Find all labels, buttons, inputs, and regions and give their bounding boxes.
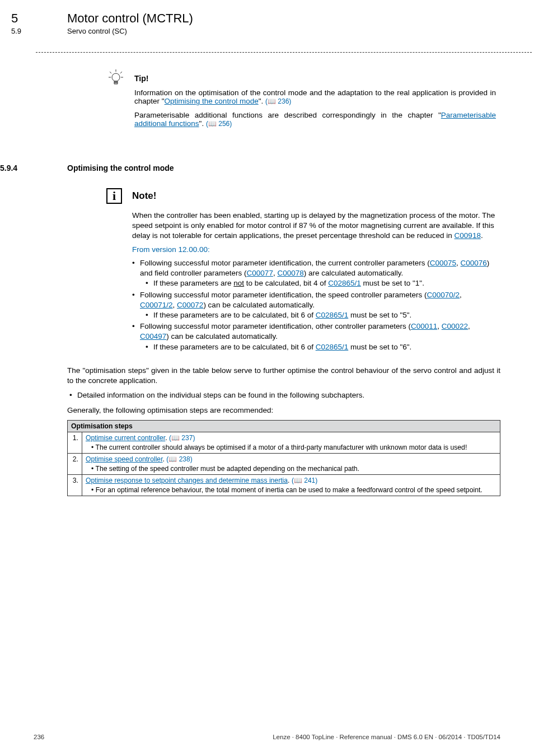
body-paragraph: The "optimisation steps" given in the ta…	[67, 366, 500, 386]
c00022-link[interactable]: C00022	[442, 322, 468, 330]
text: .	[481, 231, 483, 240]
section-title: Optimising the control mode	[67, 164, 174, 172]
text: Following successful motor parameter ide…	[140, 291, 427, 299]
optimise-response-link[interactable]: Optimise response to setpoint changes an…	[86, 477, 288, 484]
optimisation-steps-table: Optimisation steps 1. Optimise current c…	[67, 420, 500, 496]
separator	[36, 52, 532, 53]
page-ref[interactable]: (📖 236)	[265, 97, 291, 105]
body-bullet: Detailed information on the individual s…	[67, 390, 500, 400]
c00497-link[interactable]: C00497	[140, 332, 166, 340]
step-number: 2.	[68, 454, 82, 475]
note-bullet: Following successful motor parameter ide…	[132, 321, 496, 352]
page-ref[interactable]: (📖 241)	[292, 477, 317, 484]
page-ref[interactable]: (📖 237)	[169, 434, 195, 442]
text: ) are calculated automatically.	[304, 269, 404, 277]
chapter-number: 5	[11, 11, 67, 26]
step-cell: Optimise current controller. (📖 237) • T…	[82, 432, 500, 454]
text: When the controller has been enabled, st…	[132, 211, 495, 240]
section-number: 5.9.4	[0, 164, 67, 172]
version-label: From version 12.00.00:	[132, 245, 496, 255]
text: ,	[468, 322, 470, 330]
note-bullet: Following successful motor parameter ide…	[132, 258, 496, 289]
c00070-link[interactable]: C00070/2	[427, 291, 460, 299]
chapter-title: Motor control (MCTRL)	[67, 11, 193, 26]
page-ref[interactable]: (📖 238)	[166, 455, 192, 463]
c00072-link[interactable]: C00072	[177, 301, 203, 309]
text: to be calculated, bit 4 of	[244, 279, 328, 287]
note-paragraph: When the controller has been enabled, st…	[132, 211, 496, 241]
svg-line-2	[110, 72, 111, 73]
step-number: 1.	[68, 432, 82, 454]
note-sub-bullet: If these parameters are to be calculated…	[140, 342, 496, 352]
text: ,	[456, 259, 461, 267]
subchapter-number: 5.9	[11, 27, 67, 35]
c00075-link[interactable]: C00075	[430, 259, 456, 267]
text: If these parameters are to be calculated…	[153, 311, 316, 319]
tip-label: Tip!	[134, 74, 496, 83]
c00076-link[interactable]: C00076	[461, 259, 487, 267]
table-row: 1. Optimise current controller. (📖 237) …	[68, 432, 500, 454]
c00078-link[interactable]: C00078	[277, 269, 303, 277]
text-underlined: not	[233, 279, 244, 287]
text: must be set to "5".	[348, 311, 411, 319]
text: If these parameters are	[153, 279, 233, 287]
text: ".	[259, 97, 265, 105]
step-sub: • For an optimal reference behaviour, th…	[86, 486, 496, 494]
c02865-link[interactable]: C02865/1	[316, 343, 349, 351]
step-cell: Optimise speed controller. (📖 238) • The…	[82, 454, 500, 475]
c00077-link[interactable]: C00077	[247, 269, 273, 277]
optimise-current-controller-link[interactable]: Optimise current controller	[86, 434, 165, 442]
step-cell: Optimise response to setpoint changes an…	[82, 475, 500, 496]
text: Parameterisable additional functions are…	[134, 111, 441, 119]
text: If these parameters are to be calculated…	[153, 343, 316, 351]
body-paragraph: Generally, the following optimisation st…	[67, 405, 500, 416]
table-row: 2. Optimise speed controller. (📖 238) • …	[68, 454, 500, 475]
note-bullet: Following successful motor parameter ide…	[132, 290, 496, 321]
page-ref[interactable]: (📖 256)	[206, 120, 232, 128]
text: ,	[460, 291, 462, 299]
text: ".	[199, 119, 206, 128]
c00918-link[interactable]: C00918	[455, 231, 481, 240]
table-row: 3. Optimise response to setpoint changes…	[68, 475, 500, 496]
note-sub-bullet: If these parameters are not to be calcul…	[140, 278, 496, 288]
text: ) can be calculated automatically.	[203, 301, 315, 309]
footer-info: Lenze · 8400 TopLine · Reference manual …	[273, 734, 500, 740]
info-icon: i	[106, 188, 122, 204]
text: must be set to "6".	[348, 343, 411, 351]
note-label: Note!	[132, 190, 156, 202]
text: Following successful motor parameter ide…	[140, 259, 430, 267]
text: ,	[173, 301, 177, 309]
step-sub: • The setting of the speed controller mu…	[86, 464, 496, 473]
step-sub: • The current controller should always b…	[86, 443, 496, 452]
svg-line-3	[120, 72, 122, 73]
note-sub-bullet: If these parameters are to be calculated…	[140, 310, 496, 320]
tip-paragraph: Parameterisable additional functions are…	[134, 111, 496, 128]
optimise-speed-controller-link[interactable]: Optimise speed controller	[86, 455, 163, 463]
text: Following successful motor parameter ide…	[140, 322, 411, 330]
c02865-link[interactable]: C02865/1	[316, 311, 349, 319]
c00011-link[interactable]: C00011	[411, 322, 437, 330]
page-number: 236	[34, 734, 44, 740]
tip-paragraph: Information on the optimisation of the c…	[134, 88, 496, 105]
svg-point-0	[112, 73, 120, 81]
text: must be set to "1".	[361, 279, 424, 287]
text: ) can be calculated automatically.	[166, 332, 278, 340]
optimising-control-mode-link[interactable]: Optimising the control mode	[165, 97, 259, 105]
step-number: 3.	[68, 475, 82, 496]
table-header: Optimisation steps	[68, 420, 500, 432]
c00071-link[interactable]: C00071/2	[140, 301, 173, 309]
text: ,	[437, 322, 442, 330]
c02865-link[interactable]: C02865/1	[328, 279, 361, 287]
lightbulb-icon	[106, 68, 134, 133]
subchapter-title: Servo control (SC)	[67, 27, 127, 35]
